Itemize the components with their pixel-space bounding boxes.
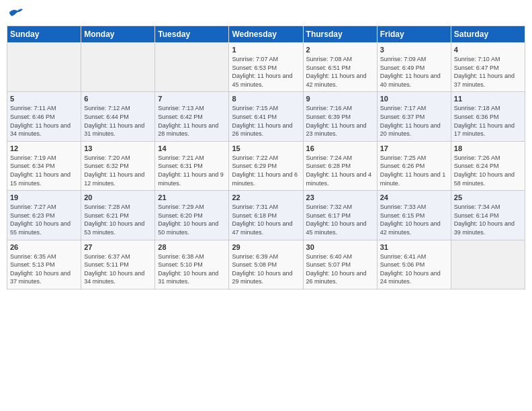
day-info: Sunrise: 7:15 AMSunset: 6:41 PMDaylight:… [232, 104, 300, 138]
day-number: 17 [380, 144, 448, 152]
day-number: 1 [232, 46, 300, 54]
day-info: Sunrise: 7:19 AMSunset: 6:34 PMDaylight:… [10, 154, 78, 187]
day-number: 5 [10, 95, 78, 103]
calendar-week-row: 1Sunrise: 7:07 AMSunset: 6:53 PMDaylight… [7, 43, 525, 92]
day-info: Sunrise: 7:22 AMSunset: 6:29 PMDaylight:… [232, 154, 300, 187]
calendar-cell: 18Sunrise: 7:26 AMSunset: 6:24 PMDayligh… [451, 141, 525, 190]
day-number: 19 [10, 193, 78, 201]
day-info: Sunrise: 7:34 AMSunset: 6:14 PMDaylight:… [454, 203, 522, 236]
calendar-week-row: 5Sunrise: 7:11 AMSunset: 6:46 PMDaylight… [7, 92, 525, 141]
day-info: Sunrise: 7:13 AMSunset: 6:42 PMDaylight:… [158, 104, 226, 138]
day-number: 12 [10, 144, 78, 152]
day-info: Sunrise: 7:12 AMSunset: 6:44 PMDaylight:… [84, 104, 152, 138]
day-number: 14 [158, 144, 226, 152]
day-info: Sunrise: 7:11 AMSunset: 6:46 PMDaylight:… [10, 104, 78, 138]
calendar-week-row: 12Sunrise: 7:19 AMSunset: 6:34 PMDayligh… [7, 141, 525, 190]
day-info: Sunrise: 7:18 AMSunset: 6:36 PMDaylight:… [454, 104, 522, 138]
day-info: Sunrise: 7:33 AMSunset: 6:15 PMDaylight:… [380, 203, 448, 236]
day-number: 25 [454, 193, 522, 201]
day-info: Sunrise: 7:20 AMSunset: 6:32 PMDaylight:… [84, 154, 152, 187]
calendar-cell: 23Sunrise: 7:32 AMSunset: 6:17 PMDayligh… [303, 191, 377, 240]
calendar-cell: 20Sunrise: 7:28 AMSunset: 6:21 PMDayligh… [81, 191, 155, 240]
day-info: Sunrise: 6:38 AMSunset: 5:10 PMDaylight:… [158, 253, 226, 286]
day-number: 29 [232, 243, 300, 251]
calendar-cell: 25Sunrise: 7:34 AMSunset: 6:14 PMDayligh… [451, 191, 525, 240]
day-number: 16 [306, 144, 374, 152]
day-info: Sunrise: 7:26 AMSunset: 6:24 PMDaylight:… [454, 154, 522, 187]
day-info: Sunrise: 7:32 AMSunset: 6:17 PMDaylight:… [306, 203, 374, 236]
day-info: Sunrise: 6:40 AMSunset: 5:07 PMDaylight:… [306, 253, 374, 286]
calendar-cell: 7Sunrise: 7:13 AMSunset: 6:42 PMDaylight… [155, 92, 229, 141]
calendar-cell [81, 43, 155, 92]
calendar-cell: 11Sunrise: 7:18 AMSunset: 6:36 PMDayligh… [451, 92, 525, 141]
day-number: 11 [454, 95, 522, 103]
calendar-cell: 5Sunrise: 7:11 AMSunset: 6:46 PMDaylight… [7, 92, 81, 141]
day-info: Sunrise: 7:08 AMSunset: 6:51 PMDaylight:… [306, 55, 374, 89]
day-info: Sunrise: 7:31 AMSunset: 6:18 PMDaylight:… [232, 203, 300, 236]
day-number: 4 [454, 46, 522, 54]
day-number: 2 [306, 46, 374, 54]
calendar-cell: 8Sunrise: 7:15 AMSunset: 6:41 PMDaylight… [229, 92, 303, 141]
day-info: Sunrise: 7:27 AMSunset: 6:23 PMDaylight:… [10, 203, 78, 236]
calendar-cell: 1Sunrise: 7:07 AMSunset: 6:53 PMDaylight… [229, 43, 303, 92]
day-info: Sunrise: 7:16 AMSunset: 6:39 PMDaylight:… [306, 104, 374, 138]
day-number: 22 [232, 193, 300, 201]
day-info: Sunrise: 7:07 AMSunset: 6:53 PMDaylight:… [232, 55, 300, 89]
day-number: 20 [84, 193, 152, 201]
day-number: 28 [158, 243, 226, 251]
day-info: Sunrise: 7:17 AMSunset: 6:37 PMDaylight:… [380, 104, 448, 138]
calendar-cell: 26Sunrise: 6:35 AMSunset: 5:13 PMDayligh… [7, 240, 81, 289]
calendar-cell: 2Sunrise: 7:08 AMSunset: 6:51 PMDaylight… [303, 43, 377, 92]
day-number: 21 [158, 193, 226, 201]
day-number: 13 [84, 144, 152, 152]
calendar-week-row: 19Sunrise: 7:27 AMSunset: 6:23 PMDayligh… [7, 191, 525, 240]
day-info: Sunrise: 7:29 AMSunset: 6:20 PMDaylight:… [158, 203, 226, 236]
day-number: 10 [380, 95, 448, 103]
day-number: 15 [232, 144, 300, 152]
day-number: 7 [158, 95, 226, 103]
day-number: 30 [306, 243, 374, 251]
calendar-cell: 14Sunrise: 7:21 AMSunset: 6:31 PMDayligh… [155, 141, 229, 190]
calendar-cell: 12Sunrise: 7:19 AMSunset: 6:34 PMDayligh… [7, 141, 81, 190]
weekday-header-thursday: Thursday [303, 26, 377, 43]
day-number: 23 [306, 193, 374, 201]
calendar-cell: 15Sunrise: 7:22 AMSunset: 6:29 PMDayligh… [229, 141, 303, 190]
day-info: Sunrise: 7:10 AMSunset: 6:47 PMDaylight:… [454, 55, 522, 89]
calendar-cell: 4Sunrise: 7:10 AMSunset: 6:47 PMDaylight… [451, 43, 525, 92]
weekday-header-tuesday: Tuesday [155, 26, 229, 43]
day-info: Sunrise: 6:35 AMSunset: 5:13 PMDaylight:… [10, 253, 78, 286]
calendar-cell: 29Sunrise: 6:39 AMSunset: 5:08 PMDayligh… [229, 240, 303, 289]
day-number: 24 [380, 193, 448, 201]
day-number: 3 [380, 46, 448, 54]
day-number: 31 [380, 243, 448, 251]
weekday-header-wednesday: Wednesday [229, 26, 303, 43]
calendar-header-row: SundayMondayTuesdayWednesdayThursdayFrid… [7, 26, 525, 43]
day-info: Sunrise: 6:39 AMSunset: 5:08 PMDaylight:… [232, 253, 300, 286]
logo [7, 7, 24, 19]
day-number: 18 [454, 144, 522, 152]
calendar-table: SundayMondayTuesdayWednesdayThursdayFrid… [7, 26, 525, 289]
calendar-cell: 28Sunrise: 6:38 AMSunset: 5:10 PMDayligh… [155, 240, 229, 289]
calendar-cell: 22Sunrise: 7:31 AMSunset: 6:18 PMDayligh… [229, 191, 303, 240]
logo-bird-icon [8, 7, 24, 19]
day-number: 6 [84, 95, 152, 103]
calendar-cell: 3Sunrise: 7:09 AMSunset: 6:49 PMDaylight… [377, 43, 451, 92]
page-header [7, 7, 525, 19]
day-number: 8 [232, 95, 300, 103]
calendar-cell [7, 43, 81, 92]
calendar-cell: 19Sunrise: 7:27 AMSunset: 6:23 PMDayligh… [7, 191, 81, 240]
day-info: Sunrise: 7:24 AMSunset: 6:28 PMDaylight:… [306, 154, 374, 187]
day-number: 9 [306, 95, 374, 103]
day-info: Sunrise: 7:09 AMSunset: 6:49 PMDaylight:… [380, 55, 448, 89]
weekday-header-friday: Friday [377, 26, 451, 43]
calendar-cell: 10Sunrise: 7:17 AMSunset: 6:37 PMDayligh… [377, 92, 451, 141]
calendar-cell [155, 43, 229, 92]
calendar-cell: 27Sunrise: 6:37 AMSunset: 5:11 PMDayligh… [81, 240, 155, 289]
weekday-header-monday: Monday [81, 26, 155, 43]
weekday-header-sunday: Sunday [7, 26, 81, 43]
calendar-cell: 31Sunrise: 6:41 AMSunset: 5:06 PMDayligh… [377, 240, 451, 289]
weekday-header-saturday: Saturday [451, 26, 525, 43]
day-info: Sunrise: 6:41 AMSunset: 5:06 PMDaylight:… [380, 253, 448, 286]
day-info: Sunrise: 6:37 AMSunset: 5:11 PMDaylight:… [84, 253, 152, 286]
day-info: Sunrise: 7:21 AMSunset: 6:31 PMDaylight:… [158, 154, 226, 187]
